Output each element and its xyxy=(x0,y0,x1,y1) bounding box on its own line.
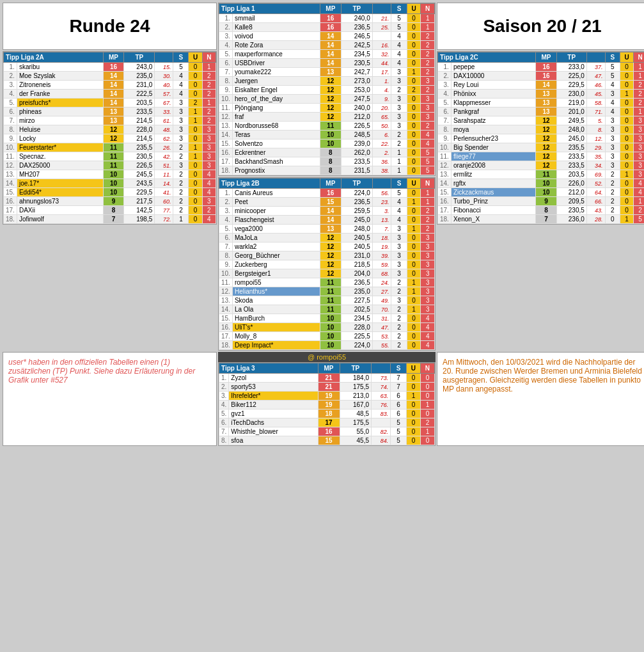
player-name: iTechDachs xyxy=(229,418,318,427)
tp-cell: 262,0 xyxy=(342,148,373,157)
u-cell: 0 xyxy=(407,50,421,59)
liga2b-header: Tipp Liga 2B xyxy=(219,179,320,189)
s-cell: 2 xyxy=(391,314,407,323)
s-cell: 3 xyxy=(605,152,620,161)
table-row: 11. rompoi55 11 236,5 24. 2 1 3 xyxy=(219,278,435,287)
rank-cell: 11. xyxy=(219,278,233,287)
table-row: 6. phineas 13 233,5 33. 3 1 2 xyxy=(4,107,216,116)
rank-cell: 7. xyxy=(438,116,452,125)
player-name: Locky xyxy=(17,134,103,143)
n-cell: 1 xyxy=(202,63,216,72)
rank-cell: 13. xyxy=(438,170,452,179)
liga2a-table: Tipp Liga 2A MP TP S U N 1. skaribu 16 2… xyxy=(3,52,216,224)
mp-cell: 12 xyxy=(536,116,556,125)
mp-cell: 13 xyxy=(103,107,124,116)
mp-cell: 11 xyxy=(320,296,341,305)
tp-cell: 233,5 xyxy=(556,152,586,161)
rank-cell: 2. xyxy=(219,198,233,207)
u-cell: 0 xyxy=(407,14,421,23)
tp-rank-cell: 5. xyxy=(586,116,605,125)
rank-cell: 1. xyxy=(438,63,452,72)
player-name: Big Spender xyxy=(451,143,535,152)
table-row: 6. Pankgraf 13 201,0 71. 4 0 1 xyxy=(438,107,645,116)
u-cell: 1 xyxy=(189,152,202,161)
table-row: 12. fraf 12 212,0 65. 3 0 3 xyxy=(219,113,435,122)
player-name: Eiskalter Engel xyxy=(232,86,320,95)
rank-cell: 8. xyxy=(219,436,229,445)
player-name: Turbo_Prinz xyxy=(451,197,535,206)
mp-cell: 12 xyxy=(536,143,556,152)
rank-cell: 1. xyxy=(4,63,17,72)
s-cell: 2 xyxy=(173,188,189,197)
u-cell: 0 xyxy=(407,207,421,216)
u-cell: 0 xyxy=(189,134,202,143)
s-cell: 2 xyxy=(605,206,620,215)
col-u: U xyxy=(407,4,421,14)
rank-cell: 5. xyxy=(219,225,233,234)
tp-rank-cell xyxy=(372,32,391,41)
u-cell: 0 xyxy=(620,206,634,215)
liga2c-header: Tipp Liga 2C xyxy=(438,52,536,63)
col-mp: MP xyxy=(320,4,341,14)
mp-cell: 16 xyxy=(536,72,556,81)
player-name: rompoi55 xyxy=(232,278,320,287)
u-cell: 0 xyxy=(406,436,420,445)
u-cell: 0 xyxy=(189,161,202,170)
tp-rank-cell: 2. xyxy=(372,148,391,157)
tp-rank-cell: 50. xyxy=(372,122,391,131)
mp-cell: 12 xyxy=(320,243,341,251)
s-cell: 2 xyxy=(605,170,620,179)
mp-cell: 12 xyxy=(536,125,556,134)
tp-cell: 175,5 xyxy=(340,418,372,427)
n-cell: 2 xyxy=(421,207,435,216)
table-row: 15. Eddi54* 10 229,5 41. 2 0 4 xyxy=(4,188,216,197)
table-row: 7. youmake222 13 242,7 17. 3 1 2 xyxy=(219,68,435,77)
player-name: Prognostix xyxy=(232,166,320,175)
rank-cell: 2. xyxy=(4,72,17,81)
note-left-text: user* haben in den offiziellen Tabellen … xyxy=(8,358,211,385)
rank-cell: 3. xyxy=(219,32,233,41)
mp-cell: 21 xyxy=(318,383,340,392)
mp-cell: 14 xyxy=(320,50,341,59)
player-name: Eckrentner xyxy=(232,148,320,157)
mp-cell: 12 xyxy=(536,134,556,143)
tp-cell: 273,0 xyxy=(342,77,373,86)
rank-cell: 3. xyxy=(4,81,17,90)
u-cell: 1 xyxy=(620,90,634,99)
rank-cell: 16. xyxy=(4,197,17,206)
player-name: gvz1 xyxy=(229,409,318,418)
rank-cell: 14. xyxy=(219,305,233,314)
table-row: 14. joe.17* 10 243,5 14. 2 0 4 xyxy=(4,179,216,188)
s-cell: 4 xyxy=(173,81,189,90)
table-row: 13. ermlitz 11 203,5 69. 2 1 3 xyxy=(438,170,645,179)
u-cell: 0 xyxy=(620,72,634,81)
rank-cell: 6. xyxy=(219,59,233,68)
mp-cell: 14 xyxy=(103,90,124,99)
tp-rank-cell: 18. xyxy=(372,234,391,243)
s-cell: 3 xyxy=(173,116,189,125)
tp-rank-cell: 60. xyxy=(155,197,173,206)
table-row: 15. HamBurch 10 234,5 31. 2 0 4 xyxy=(219,314,435,323)
s-cell: 2 xyxy=(173,143,189,152)
tp-rank-cell: 38. xyxy=(372,166,391,175)
liga2a-panel: Tipp Liga 2A MP TP S U N 1. skaribu 16 2… xyxy=(3,51,217,225)
player-name: sporty53 xyxy=(229,383,318,392)
tp-rank-cell: 53. xyxy=(372,332,391,341)
tp-cell: 212,0 xyxy=(342,113,373,122)
table-row: 10. Bergsteiger1 12 204,0 68. 3 0 3 xyxy=(219,269,435,278)
liga2b-panel: Tipp Liga 2B MP TP S U N 1. Canis Aureus… xyxy=(218,177,436,351)
n-cell: 4 xyxy=(202,179,216,188)
table-row: 11. fliege77 12 233,5 35. 3 0 3 xyxy=(438,152,645,161)
tp-cell: 230,0 xyxy=(556,90,586,99)
table-row: 10. Big Spender 12 235,5 29. 3 0 3 xyxy=(438,143,645,152)
tp-cell: 229,5 xyxy=(124,188,155,197)
s-cell: 2 xyxy=(605,197,620,206)
n-cell: 3 xyxy=(421,269,435,278)
tp-rank-cell: 42. xyxy=(155,152,173,161)
table-row: 1. Canis Aureus 16 224,0 56. 5 0 1 xyxy=(219,189,435,198)
tp-cell: 224,0 xyxy=(342,189,373,198)
tp-rank-cell: 13. xyxy=(372,216,391,225)
n-cell: 5 xyxy=(421,166,435,175)
tp-cell: 240,5 xyxy=(342,243,373,251)
table-row: 8. sfoa 15 45,5 84. 5 0 0 xyxy=(219,436,435,445)
